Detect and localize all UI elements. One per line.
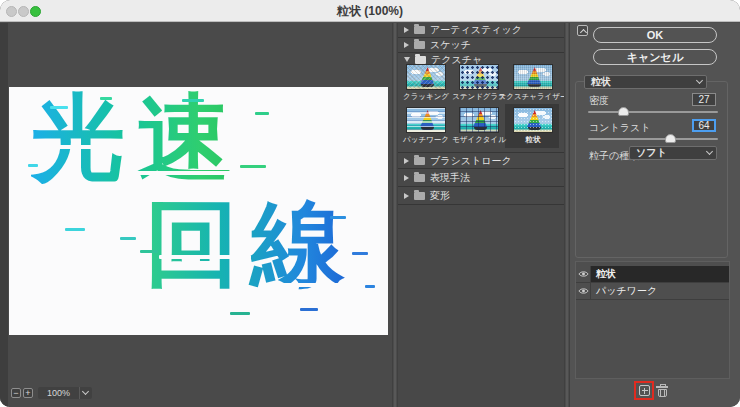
title-bar: 粒状 (100%) (0, 0, 740, 22)
thumbnail-art (460, 108, 498, 132)
effect-layer-name: パッチワーク (591, 283, 729, 299)
preview-pane: 光速 回線 − + 100% (0, 23, 392, 407)
filter-thumb-label[interactable]: テクスチャライザー (499, 92, 568, 102)
trash-lid (656, 386, 668, 388)
thumbnail-art (514, 108, 552, 132)
glitch-slice (265, 283, 343, 287)
filter-thumb-mosaic-tiles[interactable] (459, 107, 499, 133)
zoom-in-button[interactable]: + (23, 388, 33, 398)
glitch-dash (120, 237, 136, 240)
density-slider-thumb[interactable] (618, 107, 629, 116)
thumbnail-art (514, 65, 552, 89)
ok-button[interactable]: OK (593, 27, 717, 43)
contrast-label: コントラスト (589, 121, 650, 135)
visibility-toggle[interactable] (576, 266, 591, 282)
chevron-down-icon (696, 77, 703, 84)
folder-icon (414, 26, 425, 34)
plus-icon: + (25, 388, 30, 398)
filter-thumb-label[interactable]: パッチワーク (403, 135, 449, 145)
visibility-toggle[interactable] (576, 283, 591, 299)
glitch-dash (230, 312, 250, 315)
filter-thumb-patchwork[interactable] (406, 107, 446, 133)
effect-layer-row-grain[interactable]: 粒状 (576, 266, 729, 283)
chevron-down-icon (82, 388, 89, 395)
category-label: アーティスティック (430, 23, 522, 37)
glitch-dash (182, 99, 204, 102)
glitch-dash (28, 164, 38, 167)
glitch-dash (100, 97, 112, 100)
effect-layers-list: 粒状 パッチワーク (575, 261, 730, 379)
zoom-out-button[interactable]: − (11, 388, 21, 398)
category-artistic[interactable]: アーティスティック (398, 23, 564, 38)
triangle-right-icon[interactable] (404, 175, 409, 181)
filter-select-value: 粒状 (591, 76, 611, 87)
triangle-right-icon[interactable] (404, 42, 409, 48)
trash-body (658, 389, 667, 397)
zoom-select-chevron-area (79, 387, 92, 399)
minus-icon: − (13, 388, 18, 398)
folder-icon (414, 174, 425, 182)
category-label: スケッチ (430, 38, 471, 52)
preview-canvas[interactable]: 光速 回線 (9, 87, 388, 335)
filter-thumb-label[interactable]: クラッキング (403, 92, 449, 102)
chevron-down-icon (706, 148, 713, 155)
filter-gallery-dialog: 粒状 (100%) 光速 回線 − (0, 0, 740, 407)
thumbnail-art (407, 108, 445, 132)
eye-icon (578, 270, 589, 278)
thumbnail-art (460, 65, 498, 89)
category-brush-strokes[interactable]: ブラシストローク (398, 152, 564, 169)
filter-thumb-label[interactable]: モザイクタイル (452, 135, 506, 145)
category-label: 表現手法 (430, 171, 470, 185)
window-title: 粒状 (100%) (0, 0, 740, 21)
left-gutter (0, 23, 8, 407)
collapse-filter-list-icon[interactable] (577, 25, 588, 36)
filter-thumb-label-selected[interactable]: 粒状 (526, 135, 541, 145)
glitch-dash (300, 308, 318, 311)
cancel-button[interactable]: キャンセル (593, 49, 717, 65)
filter-thumb-grain[interactable] (513, 107, 553, 133)
folder-icon (414, 192, 425, 200)
open-folder-icon (415, 56, 426, 64)
zoom-level-select[interactable]: 100% (38, 387, 92, 399)
category-label: 変形 (430, 189, 450, 203)
filter-thumb-craquelure[interactable] (406, 64, 446, 90)
glitch-slice (133, 171, 239, 175)
filter-thumb-texturizer[interactable] (513, 64, 553, 90)
category-label: ブラシストローク (430, 154, 512, 168)
density-value-field[interactable]: 27 (692, 93, 716, 106)
glitch-dash (140, 250, 158, 253)
filter-select[interactable]: 粒状 (584, 75, 707, 89)
contrast-slider-thumb[interactable] (665, 134, 676, 143)
glitch-dash (352, 252, 368, 255)
filter-category-pane: アーティスティック スケッチ テクスチャ クラッキング ステンドグラス テクスチ… (398, 23, 564, 407)
zoom-level-value: 100% (38, 388, 79, 398)
glitch-dash (50, 106, 68, 109)
triangle-right-icon[interactable] (404, 158, 409, 164)
glitch-slice (15, 145, 111, 149)
glitch-dash (65, 228, 85, 231)
settings-pane: OK キャンセル 粒状 密度 27 コントラスト 64 粒子の種類： ソフト (570, 23, 740, 407)
triangle-right-icon[interactable] (404, 27, 409, 33)
glitch-dash (330, 216, 346, 219)
effect-layer-row-patchwork[interactable]: パッチワーク (576, 283, 729, 300)
category-stylize[interactable]: 表現手法 (398, 170, 564, 187)
glitch-dash (240, 165, 266, 168)
folder-icon (414, 41, 425, 49)
grain-type-select[interactable]: ソフト (629, 146, 717, 160)
triangle-right-icon[interactable] (404, 193, 409, 199)
delete-effect-layer-icon[interactable] (657, 386, 667, 397)
effect-layer-name: 粒状 (591, 266, 729, 282)
density-slider-track[interactable] (588, 111, 718, 113)
contrast-value-field[interactable]: 64 (692, 119, 716, 132)
glitch-dash (365, 285, 375, 288)
category-sketch[interactable]: スケッチ (398, 38, 564, 53)
artwork-text-line2: 回線 (145, 197, 357, 291)
filter-thumb-stained-glass[interactable] (459, 64, 499, 90)
density-label: 密度 (589, 94, 609, 108)
triangle-down-icon[interactable] (404, 57, 410, 62)
contrast-slider-track[interactable] (588, 138, 718, 140)
glitch-slice (159, 255, 251, 259)
folder-icon (414, 157, 425, 165)
category-distort[interactable]: 変形 (398, 188, 564, 205)
eye-icon (578, 287, 589, 295)
